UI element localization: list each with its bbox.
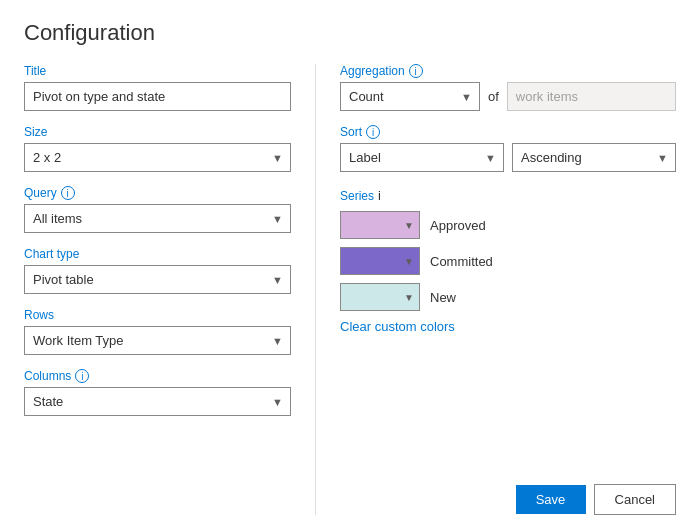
series-swatch-approved[interactable] <box>340 211 420 239</box>
rows-select[interactable]: Work Item Type State Assigned To <box>24 326 291 355</box>
columns-info-icon[interactable]: i <box>75 369 89 383</box>
chart-type-select[interactable]: Pivot table Bar Column Pie <box>24 265 291 294</box>
chart-type-select-wrapper: Pivot table Bar Column Pie ▼ <box>24 265 291 294</box>
series-item-approved: ▼ Approved <box>340 211 676 239</box>
series-color-approved: ▼ <box>340 211 420 239</box>
aggregation-field-group: Aggregation i Count Sum Average ▼ of wor… <box>340 64 676 111</box>
columns-field-group: Columns i State Work Item Type Assigned … <box>24 369 291 416</box>
rows-field-group: Rows Work Item Type State Assigned To ▼ <box>24 308 291 355</box>
series-name-committed: Committed <box>430 254 493 269</box>
sort-info-icon[interactable]: i <box>366 125 380 139</box>
sort-order-select[interactable]: Ascending Descending <box>512 143 676 172</box>
sort-by-select[interactable]: Label Count <box>340 143 504 172</box>
title-field-group: Title <box>24 64 291 111</box>
size-field-group: Size 2 x 2 1 x 1 3 x 3 ▼ <box>24 125 291 172</box>
rows-select-wrapper: Work Item Type State Assigned To ▼ <box>24 326 291 355</box>
aggregation-info-icon[interactable]: i <box>409 64 423 78</box>
series-info-icon[interactable]: i <box>378 188 381 203</box>
of-input: work items <box>507 82 676 111</box>
chart-type-field-group: Chart type Pivot table Bar Column Pie ▼ <box>24 247 291 294</box>
columns-select[interactable]: State Work Item Type Assigned To <box>24 387 291 416</box>
series-section: Series i ▼ Approved ▼ Committed <box>340 188 676 334</box>
aggregation-row: Count Sum Average ▼ of work items i <box>340 82 676 111</box>
cancel-button[interactable]: Cancel <box>594 484 676 515</box>
clear-colors-link[interactable]: Clear custom colors <box>340 319 455 334</box>
series-color-committed: ▼ <box>340 247 420 275</box>
series-item-committed: ▼ Committed <box>340 247 676 275</box>
title-input[interactable] <box>24 82 291 111</box>
footer: Save Cancel <box>340 468 676 515</box>
page-title: Configuration <box>24 20 676 46</box>
columns-label: Columns i <box>24 369 291 383</box>
of-label: of <box>488 89 499 104</box>
query-info-icon[interactable]: i <box>61 186 75 200</box>
save-button[interactable]: Save <box>516 485 586 514</box>
size-select-wrapper: 2 x 2 1 x 1 3 x 3 ▼ <box>24 143 291 172</box>
sort-field-group: Sort i Label Count ▼ Ascending D <box>340 125 676 172</box>
rows-label: Rows <box>24 308 291 322</box>
series-header: Series i <box>340 188 676 203</box>
query-field-group: Query i All items My work items Current … <box>24 186 291 233</box>
aggregation-select[interactable]: Count Sum Average <box>340 82 480 111</box>
chart-type-label: Chart type <box>24 247 291 261</box>
series-name-new: New <box>430 290 456 305</box>
aggregation-label: Aggregation i <box>340 64 676 78</box>
series-color-new: ▼ <box>340 283 420 311</box>
sort-order-select-wrapper: Ascending Descending ▼ <box>512 143 676 172</box>
series-swatch-committed[interactable] <box>340 247 420 275</box>
query-label: Query i <box>24 186 291 200</box>
series-item-new: ▼ New <box>340 283 676 311</box>
size-select[interactable]: 2 x 2 1 x 1 3 x 3 <box>24 143 291 172</box>
sort-row: Label Count ▼ Ascending Descending ▼ <box>340 143 676 172</box>
sort-by-select-wrapper: Label Count ▼ <box>340 143 504 172</box>
sort-label: Sort i <box>340 125 676 139</box>
size-label: Size <box>24 125 291 139</box>
query-select-wrapper: All items My work items Current iteratio… <box>24 204 291 233</box>
series-label: Series <box>340 189 374 203</box>
title-label: Title <box>24 64 291 78</box>
aggregation-select-wrapper: Count Sum Average ▼ <box>340 82 480 111</box>
columns-select-wrapper: State Work Item Type Assigned To ▼ <box>24 387 291 416</box>
query-select[interactable]: All items My work items Current iteratio… <box>24 204 291 233</box>
series-swatch-new[interactable] <box>340 283 420 311</box>
series-name-approved: Approved <box>430 218 486 233</box>
